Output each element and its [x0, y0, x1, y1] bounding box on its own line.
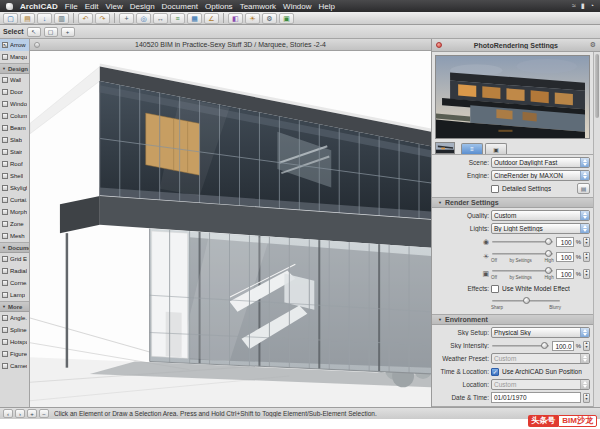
- toolbox-section-design[interactable]: ▼Design: [0, 63, 29, 74]
- detailed-settings-checkbox[interactable]: Detailed Settings: [491, 185, 575, 193]
- redo-button[interactable]: ↷: [95, 13, 110, 24]
- sun-position-checkbox[interactable]: ✓ Use ArchiCAD Sun Position: [491, 368, 590, 376]
- location-dropdown[interactable]: Custom: [491, 379, 590, 390]
- tool-skylight[interactable]: Skylight: [0, 182, 29, 194]
- marquee-mode-button[interactable]: ▢: [44, 27, 58, 37]
- new-file-button[interactable]: ▢: [3, 13, 18, 24]
- detailed-settings-button[interactable]: ▤: [577, 183, 590, 194]
- render-button[interactable]: ☀: [245, 13, 260, 24]
- tool-wall[interactable]: Wall: [0, 74, 29, 86]
- nav-next-button[interactable]: ›: [15, 409, 25, 418]
- save-button[interactable]: ↓: [37, 13, 52, 24]
- stepper[interactable]: ▲▼: [583, 237, 590, 247]
- stepper[interactable]: ▲▼: [583, 341, 590, 351]
- tool-roof[interactable]: Roof: [0, 158, 29, 170]
- stepper[interactable]: ▲▼: [583, 393, 590, 403]
- ambient-intensity-slider[interactable]: Offby SettingsHigh: [491, 266, 554, 281]
- nav-prev-button[interactable]: ‹: [3, 409, 13, 418]
- pan-button[interactable]: +: [119, 13, 134, 24]
- settings-button[interactable]: ⚙: [262, 13, 277, 24]
- zoom-out-button[interactable]: −: [39, 409, 49, 418]
- tool-column[interactable]: Column: [0, 110, 29, 122]
- tool-lamp[interactable]: Lamp: [0, 289, 29, 301]
- 3d-view-button[interactable]: ◧: [228, 13, 243, 24]
- arrow-mode-button[interactable]: ↖: [27, 27, 41, 37]
- tool-window[interactable]: Window: [0, 98, 29, 110]
- zoom-in-button[interactable]: +: [27, 409, 37, 418]
- tool-hotspot[interactable]: Hotspot: [0, 336, 29, 348]
- slider-thumb[interactable]: [523, 297, 530, 304]
- lights-dropdown[interactable]: By Light Settings: [491, 223, 590, 234]
- quality-dropdown[interactable]: Custom: [491, 210, 590, 221]
- sun-intensity-field[interactable]: 100: [556, 252, 574, 262]
- tool-stair[interactable]: Stair: [0, 146, 29, 158]
- layers-button[interactable]: ≡: [170, 13, 185, 24]
- engine-dropdown[interactable]: CineRender by MAXON: [491, 170, 590, 181]
- tool-radial-dimension[interactable]: Radial...: [0, 265, 29, 277]
- menu-file[interactable]: File: [65, 2, 78, 11]
- scene-dropdown[interactable]: Outdoor Daylight Fast: [491, 157, 590, 168]
- render-settings-section-header[interactable]: ▼ Render Settings: [432, 197, 600, 208]
- close-icon[interactable]: [436, 42, 442, 48]
- crosshair-mode-button[interactable]: +: [61, 27, 75, 37]
- tool-corner-window[interactable]: Corne...: [0, 277, 29, 289]
- viewport-title-bar[interactable]: 140520 BIM in Practice-Sexy Stuff 3D / M…: [30, 39, 431, 51]
- menu-help[interactable]: Help: [319, 2, 335, 11]
- sky-setup-dropdown[interactable]: Physical Sky: [491, 327, 590, 338]
- toolbox-section-document[interactable]: ▼Document: [0, 242, 29, 253]
- background-section-header[interactable]: ▼ Backgr...: [432, 406, 600, 407]
- tool-arrow[interactable]: ↖Arrow: [0, 39, 29, 51]
- tool-spline[interactable]: Spline: [0, 324, 29, 336]
- slider-thumb[interactable]: [545, 238, 552, 245]
- guide-lines-button[interactable]: ∠: [204, 13, 219, 24]
- undo-button[interactable]: ↶: [78, 13, 93, 24]
- print-button[interactable]: ▥: [54, 13, 69, 24]
- tool-marquee[interactable]: Marquee: [0, 51, 29, 63]
- wifi-icon[interactable]: ≈: [572, 2, 576, 10]
- lamp-intensity-field[interactable]: 100: [556, 237, 574, 247]
- palette-title-bar[interactable]: PhotoRendering Settings ⚙: [432, 39, 600, 52]
- open-file-button[interactable]: ▤: [20, 13, 35, 24]
- sun-intensity-slider[interactable]: Offby SettingsHigh: [491, 249, 554, 264]
- ambient-intensity-field[interactable]: 100: [556, 269, 574, 279]
- tool-shell[interactable]: Shell: [0, 170, 29, 182]
- battery-icon[interactable]: ▮: [581, 2, 585, 10]
- menu-archicad[interactable]: ArchiCAD: [20, 2, 58, 11]
- tool-figure[interactable]: Figure: [0, 348, 29, 360]
- lamp-intensity-slider[interactable]: [491, 237, 554, 246]
- tool-beam[interactable]: Beam: [0, 122, 29, 134]
- render-thumbnail[interactable]: [435, 142, 455, 154]
- white-model-checkbox[interactable]: Use White Model Effect: [491, 285, 590, 293]
- stepper[interactable]: ▲▼: [583, 269, 590, 279]
- slider-thumb[interactable]: [545, 250, 552, 257]
- window-widget-icon[interactable]: [34, 42, 40, 48]
- menu-window[interactable]: Window: [283, 2, 311, 11]
- tool-morph[interactable]: Morph: [0, 206, 29, 218]
- menu-document[interactable]: Document: [162, 2, 198, 11]
- menu-options[interactable]: Options: [205, 2, 233, 11]
- datetime-field[interactable]: 01/01/1970: [491, 392, 581, 403]
- tool-mesh[interactable]: Mesh: [0, 230, 29, 242]
- tab-preview-image[interactable]: ▣: [485, 143, 507, 154]
- tool-slab[interactable]: Slab: [0, 134, 29, 146]
- tool-grid-element[interactable]: Grid El...: [0, 253, 29, 265]
- gear-icon[interactable]: ⚙: [590, 41, 596, 49]
- tab-render-settings[interactable]: ≡: [461, 143, 483, 154]
- slider-thumb[interactable]: [541, 342, 548, 349]
- sky-intensity-slider[interactable]: [491, 341, 550, 350]
- toolbox-section-more[interactable]: ▼More: [0, 301, 29, 312]
- camera-button[interactable]: ▣: [279, 13, 294, 24]
- grid-snap-button[interactable]: ▦: [187, 13, 202, 24]
- fit-view-button[interactable]: ↔: [153, 13, 168, 24]
- stepper[interactable]: ▲▼: [583, 252, 590, 262]
- tool-zone[interactable]: Zone: [0, 218, 29, 230]
- tool-angle-dimension[interactable]: Angle...: [0, 312, 29, 324]
- weather-preset-dropdown[interactable]: Custom: [491, 353, 590, 364]
- menu-design[interactable]: Design: [130, 2, 155, 11]
- drawing-canvas[interactable]: [30, 51, 431, 407]
- palette-scrollbar[interactable]: [593, 52, 600, 407]
- effect-strength-slider[interactable]: SharpBlurry: [491, 296, 561, 311]
- menu-teamwork[interactable]: Teamwork: [240, 2, 276, 11]
- clock-icon[interactable]: ◔: [590, 2, 594, 10]
- environment-section-header[interactable]: ▼ Environment: [432, 314, 600, 325]
